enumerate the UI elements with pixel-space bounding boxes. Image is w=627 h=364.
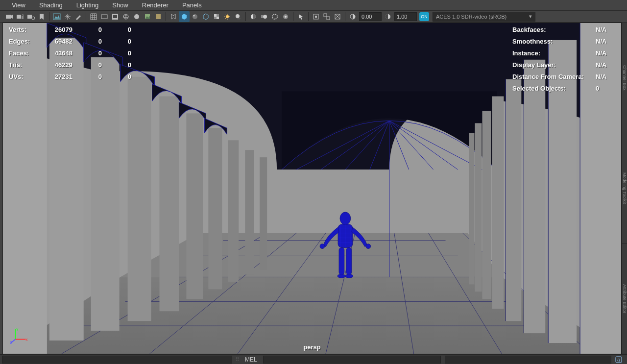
svg-marker-7 [54, 15, 60, 19]
viewport[interactable]: Verts:2607900 Edges:6948200 Faces:436480… [3, 23, 621, 354]
menu-lighting[interactable]: Lighting [70, 0, 106, 10]
texture-display-icon[interactable] [211, 11, 222, 22]
script-language-label[interactable]: MEL [241, 356, 261, 363]
grid-icon[interactable] [88, 11, 99, 22]
film-gate-icon[interactable] [99, 11, 110, 22]
svg-rect-64 [128, 77, 151, 321]
grip-icon[interactable]: ⠿ [234, 357, 241, 362]
exposure-field[interactable]: 0.00 [359, 12, 382, 21]
menu-show[interactable]: Show [105, 0, 135, 10]
right-panel-tabs: Channel Box Modeling Toolkit Attribute E… [622, 23, 627, 354]
svg-rect-4 [27, 15, 32, 19]
command-result [445, 356, 611, 364]
gamma-icon[interactable] [383, 11, 393, 22]
panel-toolbar: 0.00 1.00 ON ACES 1.0 SDR-video (sRGB) ▾ [0, 11, 627, 23]
snap-a-icon[interactable] [311, 11, 321, 22]
svg-point-23 [236, 14, 240, 18]
svg-rect-69 [245, 150, 254, 274]
svg-text:z: z [10, 340, 12, 345]
svg-rect-6 [53, 14, 60, 20]
svg-rect-10 [113, 15, 117, 18]
svg-rect-75 [492, 97, 504, 309]
svg-rect-73 [524, 60, 545, 333]
use-all-lights-icon[interactable] [153, 11, 164, 22]
hud-object-info: Backfaces:N/A Smoothness:N/A Instance:N/… [512, 26, 615, 97]
separator [166, 12, 166, 21]
svg-point-5 [32, 17, 35, 20]
svg-point-17 [193, 14, 197, 19]
svg-rect-33 [327, 17, 330, 20]
svg-rect-65 [159, 97, 179, 312]
svg-point-90 [366, 244, 371, 249]
separator [245, 12, 246, 21]
svg-point-26 [263, 15, 267, 19]
svg-rect-86 [346, 248, 352, 275]
svg-point-83 [340, 212, 351, 225]
script-editor-icon[interactable]: {} [613, 354, 624, 364]
separator [86, 12, 86, 21]
grease-pencil-icon[interactable] [73, 11, 84, 22]
camera-settings-icon[interactable] [25, 11, 36, 22]
2d-pan-zoom-icon[interactable] [62, 11, 73, 22]
gamma-field[interactable]: 1.00 [394, 12, 417, 21]
svg-point-24 [237, 18, 241, 19]
snap-c-icon[interactable] [332, 11, 343, 22]
svg-rect-78 [469, 133, 474, 284]
command-line-bar: ⠿ MEL {} [0, 354, 627, 364]
viewport-frame: Verts:2607900 Edges:6948200 Faces:436480… [2, 23, 622, 354]
svg-rect-76 [482, 111, 491, 299]
image-plane-icon[interactable] [51, 11, 62, 22]
lock-camera-icon[interactable] [15, 11, 25, 22]
textured-icon[interactable] [142, 11, 153, 22]
light-icon[interactable] [222, 11, 233, 22]
gate-mask-icon[interactable] [110, 11, 121, 22]
select-icon[interactable] [295, 11, 306, 22]
chevron-down-icon: ▾ [529, 13, 532, 20]
svg-rect-20 [214, 14, 217, 17]
svg-text:x: x [25, 337, 28, 342]
menu-shading[interactable]: Shading [32, 0, 70, 10]
snap-b-icon[interactable] [321, 11, 332, 22]
menu-renderer[interactable]: Renderer [135, 0, 175, 10]
svg-point-89 [320, 244, 325, 249]
svg-rect-0 [6, 15, 11, 19]
shadows-icon[interactable] [233, 11, 243, 22]
menu-view[interactable]: View [5, 0, 32, 10]
xray-joints-icon[interactable] [190, 11, 200, 22]
tab-modeling-toolkit[interactable]: Modeling Toolkit [622, 133, 627, 244]
svg-rect-77 [475, 123, 482, 291]
svg-text:{}: {} [617, 358, 620, 362]
isolate-select-icon[interactable] [168, 11, 179, 22]
motion-blur-icon[interactable] [259, 11, 269, 22]
svg-point-87 [338, 274, 345, 278]
ao-icon[interactable] [248, 11, 259, 22]
color-mgmt-toggle[interactable]: ON [419, 12, 429, 21]
svg-rect-66 [186, 113, 203, 299]
svg-rect-2 [17, 15, 21, 19]
dof-icon[interactable] [280, 11, 291, 22]
bookmark-icon[interactable] [36, 11, 47, 22]
camera-name-label: persp [303, 343, 320, 351]
command-input[interactable] [263, 356, 441, 364]
tab-channel-box[interactable]: Channel Box [622, 23, 627, 133]
xray-icon[interactable] [179, 11, 190, 22]
svg-point-29 [285, 16, 287, 18]
xray-active-icon[interactable] [200, 11, 211, 22]
svg-rect-31 [315, 16, 317, 18]
menu-panels[interactable]: Panels [175, 0, 209, 10]
svg-rect-70 [260, 157, 267, 269]
svg-point-18 [193, 15, 195, 16]
anti-alias-icon[interactable] [269, 11, 280, 22]
svg-text:y: y [16, 326, 19, 331]
exposure-icon[interactable] [347, 11, 358, 22]
svg-rect-85 [339, 248, 344, 275]
tab-attribute-editor[interactable]: Attribute Editor [622, 243, 627, 354]
smooth-shade-icon[interactable] [131, 11, 142, 22]
svg-rect-74 [506, 79, 521, 321]
view-transform-dropdown[interactable]: ACES 1.0 SDR-video (sRGB) ▾ [433, 12, 535, 22]
wireframe-icon[interactable] [121, 11, 131, 22]
hud-poly-stats: Verts:2607900 Edges:6948200 Faces:436480… [9, 26, 131, 85]
separator [293, 12, 293, 21]
svg-point-22 [226, 15, 229, 18]
select-camera-icon[interactable] [4, 11, 15, 22]
